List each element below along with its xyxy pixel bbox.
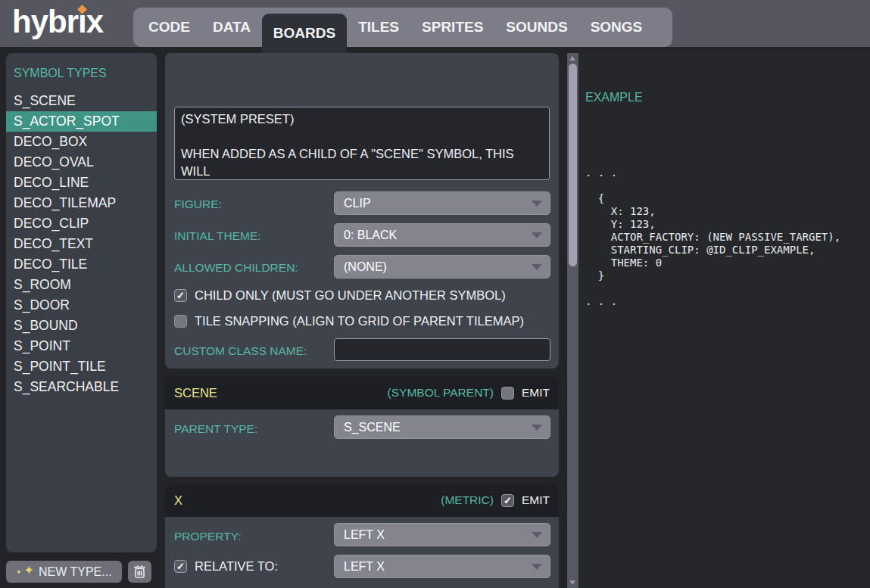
tab-sprites[interactable]: SPRITES [410, 8, 494, 47]
delete-type-button[interactable] [128, 561, 151, 583]
x-section-tag: (METRIC) [441, 493, 494, 507]
new-type-button[interactable]: NEW TYPE... [6, 561, 122, 583]
logo-i: ı [78, 4, 86, 40]
relative-to-select-value: LEFT X [344, 560, 385, 574]
chevron-down-icon [532, 201, 542, 207]
header: hybrıx CODE DATA BOARDS TILES SPRITES SO… [0, 0, 870, 47]
scroll-down-arrow-icon[interactable] [569, 580, 575, 585]
example-code: . . . { X: 123, Y: 123, ACTOR_FACTORY: (… [585, 166, 840, 308]
symbol-type-item[interactable]: S_SEARCHABLE [6, 377, 157, 397]
sparkles-icon [16, 565, 34, 580]
scroll-up-arrow-icon[interactable] [569, 56, 575, 61]
tab-data[interactable]: DATA [201, 8, 262, 47]
logo-text-left: hybr [12, 4, 78, 39]
x-section-body: PROPERTY: LEFT X RELATIVE TO: LEFT X [165, 517, 559, 588]
symbol-types-title: SYMBOL TYPES [6, 62, 157, 91]
scene-section-tag: (SYMBOL PARENT) [388, 386, 494, 400]
child-only-row: CHILD ONLY (MUST GO UNDER ANOTHER SYMBOL… [174, 288, 506, 303]
symbol-type-item[interactable]: S_DOOR [6, 295, 157, 316]
relative-to-label: RELATIVE TO: [195, 559, 278, 574]
chevron-down-icon [532, 425, 542, 431]
scene-section-body: PARENT TYPE: S_SCENE [165, 409, 559, 477]
allowed-children-label: ALLOWED CHILDREN: [174, 261, 298, 275]
editor-scrollbar[interactable] [567, 53, 578, 588]
figure-select-value: CLIP [344, 197, 371, 210]
logo-text-right: x [86, 4, 103, 39]
figure-select[interactable]: CLIP [334, 191, 550, 215]
relative-to-row: RELATIVE TO: [174, 558, 278, 574]
tab-songs[interactable]: SONGS [579, 8, 654, 47]
parent-type-select-value: S_SCENE [344, 421, 401, 434]
symbol-type-item[interactable]: DECO_TILEMAP [6, 193, 157, 213]
symbol-type-item[interactable]: S_ROOM [6, 275, 157, 295]
x-emit-label: EMIT [522, 493, 550, 507]
property-select-value: LEFT X [344, 528, 385, 542]
property-select[interactable]: LEFT X [334, 523, 550, 546]
tile-snapping-row: TILE SNAPPING (ALIGN TO GRID OF PARENT T… [174, 313, 524, 328]
type-editor: TYPE NAME: S_ACTOR_SPOT DESCRIPTION: (SY… [165, 53, 559, 588]
example-title: EXAMPLE [585, 91, 643, 104]
x-emit-checkbox[interactable] [501, 494, 514, 507]
tile-snapping-label: TILE SNAPPING (ALIGN TO GRID OF PARENT T… [195, 314, 524, 328]
general-properties-card: TYPE NAME: S_ACTOR_SPOT DESCRIPTION: (SY… [165, 53, 559, 369]
child-only-label: CHILD ONLY (MUST GO UNDER ANOTHER SYMBOL… [195, 288, 506, 303]
chevron-down-icon [532, 564, 542, 570]
initial-theme-select[interactable]: 0: BLACK [334, 223, 550, 247]
scene-emit-checkbox[interactable] [501, 387, 514, 400]
chevron-down-icon [532, 232, 542, 238]
app-logo: hybrıx [12, 4, 103, 40]
symbol-type-item[interactable]: S_POINT [6, 336, 157, 356]
tab-bar: CODE DATA BOARDS TILES SPRITES SOUNDS SO… [133, 8, 672, 47]
scene-emit-label: EMIT [522, 386, 550, 400]
child-only-checkbox[interactable] [174, 289, 187, 302]
description-textarea[interactable]: (SYSTEM PRESET) WHEN ADDED AS A CHILD OF… [174, 107, 550, 180]
chevron-down-icon [532, 264, 542, 270]
new-type-button-label: NEW TYPE... [39, 565, 112, 579]
tab-boards[interactable]: BOARDS [262, 14, 347, 53]
property-label: PROPERTY: [174, 530, 241, 543]
x-section-title: X [174, 493, 182, 508]
symbol-type-item[interactable]: S_BOUND [6, 316, 157, 336]
x-section-header: X (METRIC) EMIT [165, 484, 559, 517]
app-window: hybrıx CODE DATA BOARDS TILES SPRITES SO… [0, 0, 870, 588]
symbol-type-item[interactable]: DECO_CLIP [6, 213, 157, 234]
symbol-type-item[interactable]: S_POINT_TILE [6, 356, 157, 377]
sidebar-actions: NEW TYPE... [6, 561, 151, 583]
symbol-type-item[interactable]: DECO_LINE [6, 173, 157, 193]
allowed-children-select-value: (NONE) [344, 260, 387, 274]
tile-snapping-checkbox[interactable] [174, 315, 187, 328]
scene-section-header: SCENE (SYMBOL PARENT) EMIT [165, 376, 559, 409]
figure-label: FIGURE: [174, 198, 222, 211]
allowed-children-select[interactable]: (NONE) [334, 255, 550, 278]
trash-icon [133, 565, 146, 579]
parent-type-label: PARENT TYPE: [174, 422, 257, 436]
symbol-type-item[interactable]: DECO_TEXT [6, 234, 157, 254]
x-section-card: X (METRIC) EMIT PROPERTY: LEFT X RELATIV… [165, 484, 559, 588]
chevron-down-icon [532, 532, 542, 538]
tab-code[interactable]: CODE [137, 8, 201, 47]
custom-class-name-input[interactable] [334, 338, 550, 361]
symbol-type-item-selected[interactable]: S_ACTOR_SPOT [6, 111, 157, 132]
scene-section-card: SCENE (SYMBOL PARENT) EMIT PARENT TYPE: … [165, 376, 559, 477]
custom-class-name-label: CUSTOM CLASS NAME: [174, 344, 307, 358]
tab-tiles[interactable]: TILES [347, 8, 410, 47]
parent-type-select[interactable]: S_SCENE [334, 415, 550, 439]
scene-section-title: SCENE [174, 386, 217, 400]
scrollbar-thumb[interactable] [569, 64, 577, 266]
relative-to-checkbox[interactable] [174, 560, 187, 573]
initial-theme-select-value: 0: BLACK [344, 229, 397, 242]
example-panel: EXAMPLE . . . { X: 123, Y: 123, ACTOR_FA… [579, 53, 870, 588]
symbol-types-panel: SYMBOL TYPES S_SCENE S_ACTOR_SPOT DECO_B… [6, 53, 157, 552]
symbol-type-item[interactable]: DECO_OVAL [6, 152, 157, 173]
tab-sounds[interactable]: SOUNDS [494, 8, 578, 47]
relative-to-select[interactable]: LEFT X [334, 555, 550, 578]
symbol-type-item[interactable]: DECO_TILE [6, 254, 157, 275]
symbol-type-item[interactable]: DECO_BOX [6, 132, 157, 152]
symbol-type-item[interactable]: S_SCENE [6, 91, 157, 111]
initial-theme-label: INITIAL THEME: [174, 229, 261, 243]
